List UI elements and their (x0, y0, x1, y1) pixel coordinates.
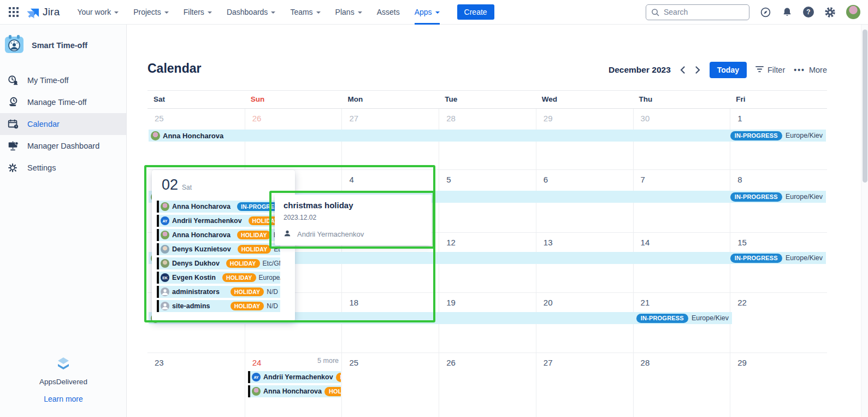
day-header-fri: Fri (730, 91, 827, 109)
status-badge-holiday: HOLIDAY (238, 245, 271, 254)
day-cell-26[interactable]: 26 (439, 353, 536, 417)
learn-more-link[interactable]: Learn more (44, 395, 83, 403)
sidebar-item-calendar[interactable]: Calendar (0, 113, 126, 135)
status-badge-holiday: HOLIDAY (231, 302, 264, 310)
day24-event[interactable]: AYAndrii YermachenkovHOLIDAY (248, 371, 341, 383)
more-events-link[interactable]: 5 more (287, 357, 339, 365)
day-number: 15 (737, 238, 747, 247)
popup-event-row[interactable]: administratorsHOLIDAYN/D (157, 286, 280, 298)
day-number: 18 (349, 298, 358, 307)
month-label: December 2023 (609, 65, 671, 75)
avatar-anna (151, 131, 160, 140)
prev-month-chevron-icon[interactable] (680, 63, 686, 77)
event-bar-in-progress[interactable]: Anna HoncharovaIN-PROGRESSEurope/Kiev (149, 130, 826, 142)
status-badge-holiday: HOLIDAY (222, 273, 256, 282)
more-button[interactable]: ••• More (794, 66, 827, 74)
popup-event-row[interactable]: Denys KuznietsovHOLIDAYEtc/GMT (157, 243, 280, 255)
day-cell-29[interactable]: 29 (730, 353, 827, 417)
sidebar-item-manager-dashboard[interactable]: Manager Dashboard (0, 135, 126, 157)
filter-button[interactable]: Filter (755, 66, 785, 74)
person-icon (284, 230, 291, 239)
jira-logo[interactable]: Jira (27, 6, 60, 19)
sidebar-item-settings[interactable]: Settings (0, 157, 126, 179)
calendar-toolbar: December 2023 Today Filter ••• More (609, 61, 827, 79)
notifications-bell-icon[interactable] (782, 7, 793, 17)
search-input[interactable] (664, 8, 740, 16)
status-badge-inprogress: IN-PROGRESS (636, 314, 688, 323)
vertical-scrollbar[interactable] (861, 25, 868, 417)
appsdelivered-logo-icon (56, 356, 71, 373)
day-number: 28 (446, 114, 456, 123)
popup-event-row[interactable]: Anna HoncharovaHOLIDAYEurope/Kiev (157, 229, 280, 241)
day-cell-27[interactable]: 27 (536, 353, 633, 417)
search-icon (651, 8, 659, 16)
user-avatar[interactable] (846, 5, 860, 19)
event-timezone: Etc/GMT (274, 245, 280, 253)
sidebar-item-label: Manage Time-off (27, 98, 87, 107)
nav-right: ? (646, 4, 860, 20)
popup-event-row[interactable]: EKEvgen KostinHOLIDAYEurope/Kiev (157, 272, 280, 284)
discover-compass-icon[interactable] (760, 7, 771, 18)
day-number: 26 (446, 358, 456, 367)
status-badge-holiday: HOLIDAY (324, 387, 341, 396)
event-person-name: Anna Honcharova (172, 203, 231, 210)
today-button[interactable]: Today (710, 62, 747, 78)
day-number: 20 (544, 298, 553, 307)
tooltip-date: 2023.12.02 (284, 214, 423, 221)
nav-item-label: Assets (377, 8, 400, 16)
more-label: More (809, 66, 827, 74)
sidebar: Smart Time-off My Time-offManage Time-of… (0, 25, 127, 417)
avatar-default (161, 287, 169, 296)
nav-item-projects[interactable]: Projects (133, 0, 169, 25)
nav-item-assets[interactable]: Assets (377, 0, 400, 25)
sidebar-nav: My Time-offManage Time-offCalendarManage… (0, 69, 126, 179)
nav-item-dashboards[interactable]: Dashboards (227, 0, 276, 25)
app-switcher-icon[interactable] (7, 5, 21, 19)
event-tooltip: christmas holiday 2023.12.02 Andrii Yerm… (275, 195, 432, 245)
nav-item-filters[interactable]: Filters (184, 0, 212, 25)
nav-item-plans[interactable]: Plans (335, 0, 362, 25)
nav-item-label: Projects (133, 8, 161, 16)
popup-event-row[interactable]: site-adminsHOLIDAYN/D (157, 300, 280, 312)
chevron-down-icon (114, 11, 119, 14)
day-cell-22[interactable]: 22 (730, 293, 827, 353)
sidebar-item-my-time-off[interactable]: My Time-off (0, 69, 126, 91)
day-number: 4 (349, 175, 353, 184)
nav-left: Jira Your workProjectsFiltersDashboardsT… (7, 0, 494, 25)
event-person-name: site-admins (172, 302, 210, 310)
day-cell-25[interactable]: 25 (341, 353, 439, 417)
day24-event[interactable]: Anna HoncharovaHOLIDAY (248, 385, 341, 397)
event-person-name: Anna Honcharova (163, 132, 223, 140)
event-person-name: Anna Honcharova (263, 387, 322, 395)
day-number: 24 (252, 358, 262, 367)
my-timeoff-icon (7, 74, 19, 86)
day-number: 14 (641, 238, 650, 247)
popup-event-row[interactable]: Denys DukhovHOLIDAYEtc/GMT (157, 257, 280, 269)
nav-item-apps[interactable]: Apps (415, 0, 440, 25)
popup-event-row[interactable]: Anna HoncharovaIN-PROGRESSEurope/Kiev (157, 201, 280, 213)
jira-smart-timeoff-page: Jira Your workProjectsFiltersDashboardsT… (0, 0, 868, 417)
scrollbar-thumb[interactable] (863, 30, 867, 183)
day-number: 22 (737, 298, 747, 307)
avatar-dd (161, 259, 169, 268)
event-timezone: Europe/Kiev (786, 254, 823, 262)
event-person-name: Anna Honcharova (172, 231, 231, 239)
status-badge-inprogress: IN-PROGRESS (730, 131, 782, 140)
search-box[interactable] (646, 4, 749, 20)
popup-event-row[interactable]: AYAndrii YermachenkovHOLIDAYEurope/Kiev (157, 215, 280, 227)
settings-gear-icon[interactable] (824, 7, 836, 18)
day-number: 13 (544, 238, 553, 247)
nav-item-teams[interactable]: Teams (290, 0, 320, 25)
manage-timeoff-icon (7, 96, 19, 108)
day-cell-23[interactable]: 23 (147, 353, 245, 417)
help-icon[interactable]: ? (803, 7, 814, 17)
create-button[interactable]: Create (457, 4, 494, 20)
next-month-chevron-icon[interactable] (694, 63, 701, 77)
nav-menu: Your workProjectsFiltersDashboardsTeamsP… (77, 0, 439, 25)
sidebar-item-manage-time-off[interactable]: Manage Time-off (0, 91, 126, 113)
nav-item-your-work[interactable]: Your work (77, 0, 119, 25)
day-number: 26 (252, 114, 262, 123)
event-timezone: N/D (267, 302, 278, 310)
day-number: 29 (544, 114, 553, 123)
day-cell-28[interactable]: 28 (633, 353, 730, 417)
